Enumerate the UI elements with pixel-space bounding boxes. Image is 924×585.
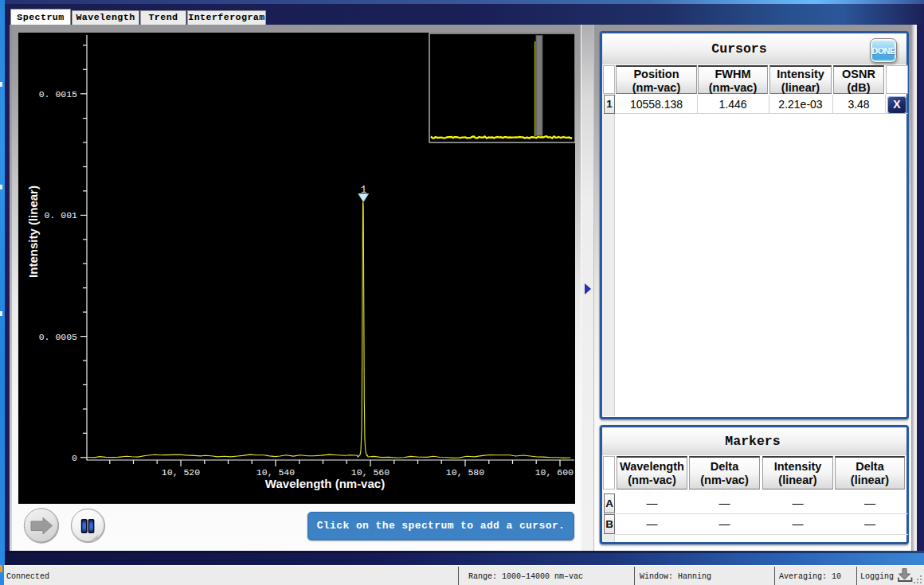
svg-text:0. 0005: 0. 0005 xyxy=(39,332,77,342)
svg-text:10, 600: 10, 600 xyxy=(535,467,574,478)
svg-text:Wavelength (nm-vac): Wavelength (nm-vac) xyxy=(265,477,385,490)
svg-text:0: 0 xyxy=(72,453,77,463)
svg-text:1: 1 xyxy=(361,185,367,196)
svg-text:10, 520: 10, 520 xyxy=(162,467,200,478)
svg-text:0. 0015: 0. 0015 xyxy=(39,89,77,99)
svg-text:0. 001: 0. 001 xyxy=(45,210,78,220)
svg-text:Intensity (linear): Intensity (linear) xyxy=(26,185,40,278)
svg-text:10, 580: 10, 580 xyxy=(446,467,484,478)
